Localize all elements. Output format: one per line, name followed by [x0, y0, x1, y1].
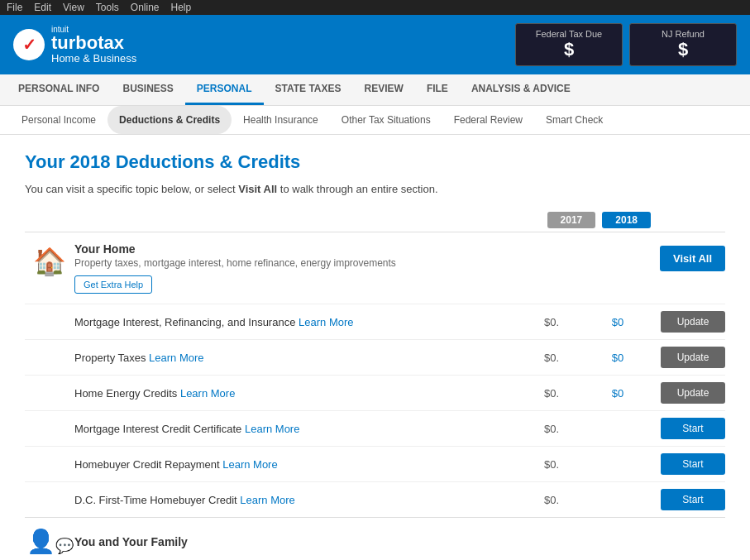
- your-home-section: 🏠 Your Home Property taxes, mortgage int…: [25, 232, 725, 304]
- mortgage-credit-action: Start: [651, 418, 725, 439]
- year-headers: 2017 2018: [25, 212, 725, 228]
- page-title: Your 2018 Deductions & Credits: [25, 151, 725, 173]
- house-icon: 🏠: [33, 246, 66, 277]
- tax-boxes: Federal Tax Due $ NJ Refund $: [515, 23, 737, 66]
- dc-homebuyer-row: D.C. First-Time Homebuyer Credit Learn M…: [25, 481, 725, 517]
- property-2018-value: $0: [585, 352, 651, 364]
- subnav-other-tax[interactable]: Other Tax Situations: [330, 106, 442, 134]
- property-action: Update: [651, 347, 725, 368]
- dc-homebuyer-label: D.C. First-Time Homebuyer Credit Learn M…: [74, 494, 518, 506]
- menu-tools[interactable]: Tools: [96, 2, 119, 13]
- subtitle-end: to walk through an entire section.: [277, 183, 437, 195]
- mortgage-credit-start-button[interactable]: Start: [661, 418, 725, 439]
- year-2017-badge: 2017: [547, 212, 596, 228]
- dc-homebuyer-text: D.C. First-Time Homebuyer Credit: [74, 494, 237, 506]
- menu-view[interactable]: View: [63, 2, 84, 13]
- product-subtitle: Home & Business: [51, 52, 136, 65]
- subnav-personal-income[interactable]: Personal Income: [10, 106, 107, 134]
- federal-tax-label: Federal Tax Due: [529, 29, 609, 39]
- nav-personal-info[interactable]: PERSONAL INFO: [7, 74, 111, 105]
- nav-state-taxes[interactable]: STATE TAXES: [264, 74, 353, 105]
- visit-all-text: Visit All: [238, 183, 277, 195]
- mortgage-2017-value: $0.: [518, 316, 585, 328]
- mortgage-update-button[interactable]: Update: [661, 311, 725, 333]
- homebuyer-repayment-start-button[interactable]: Start: [661, 453, 725, 475]
- header: ✓ intuit turbotax Home & Business Federa…: [0, 15, 750, 74]
- mortgage-credit-label: Mortgage Interest Credit Certificate Lea…: [74, 423, 518, 435]
- your-home-desc: Property taxes, mortgage interest, home …: [74, 257, 660, 269]
- menu-online[interactable]: Online: [131, 2, 160, 13]
- main-nav: PERSONAL INFO BUSINESS PERSONAL STATE TA…: [0, 74, 750, 106]
- property-taxes-label: Property Taxes Learn More: [74, 352, 518, 364]
- dc-homebuyer-start-button[interactable]: Start: [661, 489, 725, 510]
- homebuyer-repayment-text: Homebuyer Credit Repayment: [74, 458, 220, 471]
- home-energy-text: Home Energy Credits: [74, 387, 177, 400]
- mortgage-credit-row: Mortgage Interest Credit Certificate Lea…: [25, 410, 725, 446]
- nav-file[interactable]: FILE: [415, 74, 460, 105]
- property-taxes-row: Property Taxes Learn More $0. $0 Update: [25, 339, 725, 375]
- menu-edit[interactable]: Edit: [34, 2, 51, 13]
- visit-all-button[interactable]: Visit All: [660, 246, 725, 271]
- house-icon-container: 🏠: [25, 242, 74, 277]
- mortgage-interest-row: Mortgage Interest, Refinancing, and Insu…: [25, 304, 725, 339]
- homebuyer-repayment-learn-more[interactable]: Learn More: [222, 458, 277, 471]
- property-update-button[interactable]: Update: [661, 347, 725, 368]
- dc-homebuyer-learn-more[interactable]: Learn More: [240, 494, 294, 506]
- subnav-deductions-credits[interactable]: Deductions & Credits: [107, 106, 232, 134]
- property-taxes-learn-more[interactable]: Learn More: [149, 352, 203, 364]
- nj-refund-label: NJ Refund: [643, 29, 723, 39]
- homebuyer-repayment-2017-value: $0.: [518, 458, 585, 471]
- mortgage-credit-learn-more[interactable]: Learn More: [245, 423, 299, 435]
- property-taxes-text: Property Taxes: [74, 352, 146, 364]
- home-energy-learn-more[interactable]: Learn More: [180, 387, 235, 400]
- subtitle-text: You can visit a specific topic below, or…: [25, 183, 238, 195]
- family-icon-container: 👤💬: [25, 528, 74, 555]
- energy-2018-link[interactable]: $0: [612, 387, 623, 400]
- property-2018-link[interactable]: $0: [612, 352, 623, 364]
- mortgage-interest-learn-more[interactable]: Learn More: [299, 316, 353, 328]
- energy-action: Update: [651, 382, 725, 404]
- nj-refund-value: $: [643, 39, 723, 60]
- logo-area: ✓ intuit turbotax Home & Business: [13, 25, 515, 65]
- subnav-smart-check[interactable]: Smart Check: [534, 106, 614, 134]
- homebuyer-repayment-row: Homebuyer Credit Repayment Learn More $0…: [25, 446, 725, 481]
- visit-all-action: Visit All: [660, 242, 725, 271]
- mortgage-2018-value: $0: [585, 316, 651, 328]
- federal-tax-box: Federal Tax Due $: [515, 23, 623, 66]
- subnav-federal-review[interactable]: Federal Review: [442, 106, 534, 134]
- mortgage-credit-text: Mortgage Interest Credit Certificate: [74, 423, 241, 435]
- homebuyer-repayment-label: Homebuyer Credit Repayment Learn More: [74, 458, 518, 471]
- menu-help[interactable]: Help: [171, 2, 192, 13]
- subnav-health-insurance[interactable]: Health Insurance: [232, 106, 330, 134]
- nav-review[interactable]: REVIEW: [353, 74, 415, 105]
- dc-homebuyer-2017-value: $0.: [518, 494, 585, 506]
- nav-analysis[interactable]: ANALYSIS & ADVICE: [460, 74, 582, 105]
- logo-circle: ✓: [13, 29, 45, 60]
- property-2017-value: $0.: [518, 352, 585, 364]
- energy-2017-value: $0.: [518, 387, 585, 400]
- family-icon: 👤💬: [26, 528, 74, 555]
- you-family-section: 👤💬 You and Your Family: [25, 517, 725, 560]
- you-family-title: You and Your Family: [74, 535, 188, 548]
- page-subtitle: You can visit a specific topic below, or…: [25, 183, 725, 195]
- mortgage-credit-2017-value: $0.: [518, 423, 585, 435]
- year-2018-badge: 2018: [602, 212, 651, 228]
- mortgage-interest-text: Mortgage Interest, Refinancing, and Insu…: [74, 316, 295, 328]
- home-energy-label: Home Energy Credits Learn More: [74, 387, 518, 400]
- menu-file[interactable]: File: [7, 2, 22, 13]
- energy-update-button[interactable]: Update: [661, 382, 725, 404]
- menu-bar: File Edit View Tools Online Help: [0, 0, 750, 15]
- checkmark-icon: ✓: [22, 35, 36, 55]
- home-energy-row: Home Energy Credits Learn More $0. $0 Up…: [25, 375, 725, 410]
- logo-text: intuit turbotax Home & Business: [51, 25, 136, 65]
- get-extra-help-button[interactable]: Get Extra Help: [74, 275, 152, 294]
- nj-refund-box: NJ Refund $: [629, 23, 737, 66]
- content-area: Your 2018 Deductions & Credits You can v…: [0, 135, 750, 560]
- mortgage-interest-label: Mortgage Interest, Refinancing, and Insu…: [74, 316, 518, 328]
- you-family-info: You and Your Family: [74, 535, 188, 548]
- mortgage-2018-link[interactable]: $0: [612, 316, 623, 328]
- mortgage-action: Update: [651, 311, 725, 333]
- your-home-title: Your Home: [74, 242, 660, 256]
- nav-personal[interactable]: PERSONAL: [185, 74, 264, 105]
- nav-business[interactable]: BUSINESS: [111, 74, 184, 105]
